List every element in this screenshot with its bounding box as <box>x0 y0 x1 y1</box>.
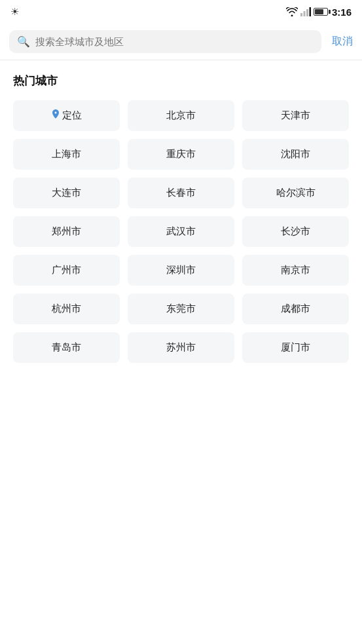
main-content: 热门城市 定位北京市天津市上海市重庆市沈阳市大连市长春市哈尔滨市郑州市武汉市长沙… <box>0 60 362 376</box>
city-label: 青岛市 <box>52 341 81 354</box>
city-label: 郑州市 <box>52 225 81 238</box>
signal-icon <box>300 7 311 16</box>
city-label: 成都市 <box>281 303 310 315</box>
svg-rect-1 <box>303 11 305 16</box>
city-button[interactable]: 苏州市 <box>128 332 234 363</box>
battery-icon <box>314 8 328 16</box>
city-button[interactable]: 北京市 <box>128 100 234 131</box>
city-button[interactable]: 武汉市 <box>128 216 234 247</box>
city-label: 广州市 <box>52 264 81 276</box>
city-button[interactable]: 成都市 <box>242 294 349 324</box>
city-button[interactable]: 长沙市 <box>242 216 349 247</box>
city-button[interactable]: 哈尔滨市 <box>242 178 349 208</box>
city-label: 东莞市 <box>166 303 196 315</box>
location-icon <box>52 109 60 122</box>
city-button[interactable]: 东莞市 <box>128 294 234 324</box>
status-icons <box>286 7 328 16</box>
city-label: 哈尔滨市 <box>276 187 316 199</box>
search-icon: 🔍 <box>17 35 30 48</box>
cities-grid: 定位北京市天津市上海市重庆市沈阳市大连市长春市哈尔滨市郑州市武汉市长沙市广州市深… <box>13 100 349 363</box>
city-button[interactable]: 青岛市 <box>13 332 120 363</box>
city-label: 重庆市 <box>166 148 196 161</box>
city-label: 北京市 <box>166 109 196 122</box>
city-button[interactable]: 重庆市 <box>128 139 234 170</box>
svg-rect-0 <box>300 13 302 16</box>
city-label: 深圳市 <box>166 264 196 276</box>
city-label: 武汉市 <box>166 225 196 238</box>
city-button[interactable]: 长春市 <box>128 178 234 208</box>
search-input[interactable] <box>35 36 314 47</box>
svg-rect-2 <box>306 9 308 16</box>
city-label: 天津市 <box>281 109 310 122</box>
city-label: 杭州市 <box>52 303 81 315</box>
search-input-wrapper[interactable]: 🔍 <box>9 30 321 53</box>
status-time: 3:16 <box>332 7 352 18</box>
status-right: 3:16 <box>286 7 352 18</box>
city-button[interactable]: 广州市 <box>13 255 120 286</box>
cancel-button[interactable]: 取消 <box>327 32 353 51</box>
city-button[interactable]: 天津市 <box>242 100 349 131</box>
city-button[interactable]: 郑州市 <box>13 216 120 247</box>
city-button[interactable]: 上海市 <box>13 139 120 170</box>
city-button[interactable]: 沈阳市 <box>242 139 349 170</box>
wifi-icon <box>286 7 298 16</box>
city-label: 南京市 <box>281 264 310 276</box>
status-bar: ☀ 3:16 <box>0 0 362 24</box>
svg-rect-3 <box>309 7 311 16</box>
brightness-icon: ☀ <box>10 6 19 18</box>
city-button[interactable]: 深圳市 <box>128 255 234 286</box>
city-label: 苏州市 <box>166 341 196 354</box>
section-title: 热门城市 <box>13 73 349 88</box>
city-button[interactable]: 杭州市 <box>13 294 120 324</box>
search-bar: 🔍 取消 <box>0 24 362 60</box>
city-label: 定位 <box>62 109 82 122</box>
city-label: 长沙市 <box>281 225 310 238</box>
city-label: 长春市 <box>166 187 196 199</box>
city-button[interactable]: 大连市 <box>13 178 120 208</box>
city-label: 大连市 <box>52 187 81 199</box>
city-label: 上海市 <box>52 148 81 161</box>
city-label: 沈阳市 <box>281 148 310 161</box>
city-label: 厦门市 <box>281 341 310 354</box>
city-button[interactable]: 南京市 <box>242 255 349 286</box>
city-button[interactable]: 厦门市 <box>242 332 349 363</box>
city-button[interactable]: 定位 <box>13 100 120 131</box>
